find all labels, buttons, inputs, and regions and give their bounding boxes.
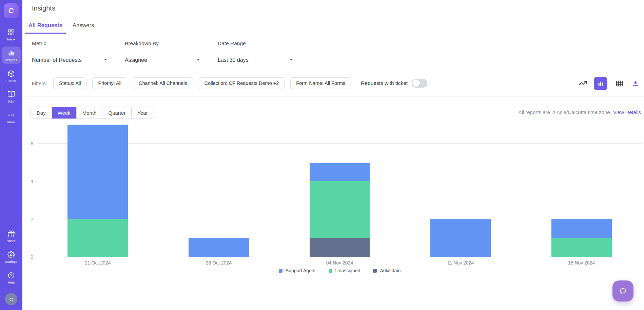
metric-label: Metric	[32, 40, 107, 47]
x-axis-label: 11 Nov 2024	[447, 260, 474, 266]
legend-item-unassigned[interactable]: Unassigned	[329, 268, 360, 273]
sidebar-nav: InboxInsightsFormsKBsMore	[0, 26, 22, 129]
legend-item-support-agent[interactable]: Support Agent	[279, 268, 316, 273]
bar-chart-plot: 024621 Oct 202428 Oct 202404 Nov 202411 …	[37, 122, 642, 257]
download-icon[interactable]	[632, 80, 639, 87]
sidebar-item-more[interactable]: More	[2, 109, 21, 126]
date-range-dropdown[interactable]: Date RangeLast 30 days	[208, 34, 301, 70]
y-axis-label: 0	[31, 254, 33, 260]
x-axis-tick	[219, 257, 219, 259]
metric-value: Number of Requests	[32, 57, 82, 63]
granularity-day[interactable]: Day	[31, 107, 52, 118]
x-axis-tick	[340, 257, 340, 259]
bar-chart-icon	[7, 49, 15, 57]
bar-segment-ankit-jain[interactable]	[310, 238, 370, 257]
sidebar-item-kbs[interactable]: KBs	[2, 88, 21, 105]
chat-bubble-icon	[618, 286, 628, 296]
dots-icon	[7, 111, 15, 119]
bar-segment-support-agent[interactable]	[551, 219, 612, 238]
caret-down-icon	[196, 57, 200, 63]
book-icon	[7, 90, 15, 98]
x-axis-tick	[98, 257, 98, 259]
filter-pill-channel[interactable]: Channel: All Channels	[133, 77, 193, 89]
filter-pills: Status: AllPriority: AllChannel: All Cha…	[53, 77, 357, 89]
timezone-text: All reports are in Asia/Calcutta time zo…	[518, 109, 611, 115]
chat-widget-button[interactable]	[612, 280, 633, 302]
bar-group	[310, 163, 370, 257]
sidebar: C InboxInsightsFormsKBsMore ShareSetting…	[0, 0, 22, 310]
granularity-month[interactable]: Month	[76, 107, 102, 118]
control-panel: MetricNumber of RequestsBreakdown ByAssi…	[22, 34, 644, 70]
filters-label: Filters:	[32, 80, 47, 86]
trend-line-icon[interactable]	[578, 79, 587, 88]
app-logo[interactable]: C	[4, 3, 19, 18]
breakdown-by-dropdown[interactable]: Breakdown ByAssignee	[115, 34, 208, 70]
sidebar-item-insights[interactable]: Insights	[2, 47, 21, 64]
grid-icon	[7, 28, 15, 36]
bar-segment-support-agent[interactable]	[430, 219, 491, 257]
granularity-quarter[interactable]: Quarter	[102, 107, 131, 118]
sidebar-item-label: More	[7, 120, 15, 124]
bar-group	[189, 238, 249, 257]
granularity-week[interactable]: Week	[52, 107, 76, 118]
breakdown-by-label: Breakdown By	[125, 40, 200, 47]
legend-label: Unassigned	[335, 268, 360, 273]
gear-icon	[7, 251, 15, 259]
bar-segment-support-agent[interactable]	[189, 238, 249, 257]
insights-page: C InboxInsightsFormsKBsMore ShareSetting…	[0, 0, 644, 310]
breakdown-by-value: Assignee	[125, 57, 147, 63]
legend-swatch	[329, 269, 332, 273]
main-content: Insights All RequestsAnswers MetricNumbe…	[22, 0, 644, 310]
page-title: Insights	[32, 4, 55, 12]
cube-icon	[7, 70, 15, 78]
date-range-value-row: Last 30 days	[218, 57, 293, 63]
filter-pill-form-name[interactable]: Form Name: All Forms	[290, 77, 351, 89]
help-icon	[7, 271, 15, 279]
sidebar-item-forms[interactable]: Forms	[2, 67, 21, 85]
date-range-label: Date Range	[218, 40, 293, 47]
sidebar-item-inbox[interactable]: Inbox	[2, 26, 21, 43]
bar-segment-unassigned[interactable]	[310, 181, 370, 238]
sidebar-item-label: Forms	[6, 79, 16, 83]
legend-swatch	[279, 269, 282, 273]
bar-chart-view-icon[interactable]	[594, 77, 607, 90]
sidebar-item-label: Share	[7, 239, 16, 243]
tab-all-requests[interactable]: All Requests	[25, 22, 66, 34]
tab-answers[interactable]: Answers	[69, 22, 97, 34]
metric-value-row: Number of Requests	[32, 57, 108, 63]
sidebar-item-share[interactable]: Share	[2, 227, 21, 245]
gift-icon	[7, 230, 15, 238]
bar-segment-support-agent[interactable]	[310, 163, 370, 182]
x-axis-label: 18 Nov 2024	[568, 260, 595, 266]
x-axis-label: 28 Oct 2024	[206, 260, 232, 266]
legend-item-ankit-jain[interactable]: Ankit Jain	[373, 268, 401, 273]
filter-pill-status[interactable]: Status: All	[53, 77, 86, 89]
filters-row: Filters: Status: AllPriority: AllChannel…	[22, 70, 644, 96]
view-details-link[interactable]: View Details	[613, 109, 641, 115]
sidebar-item-label: Help	[8, 280, 15, 284]
date-range-value: Last 30 days	[218, 57, 249, 63]
user-avatar[interactable]: C	[5, 293, 17, 305]
chart-section: DayWeekMonthQuarterYear All reports are …	[22, 96, 644, 310]
granularity-control: DayWeekMonthQuarterYear	[31, 107, 154, 119]
bar-segment-unassigned[interactable]	[551, 238, 612, 257]
metric-dropdown[interactable]: MetricNumber of Requests	[22, 34, 115, 70]
granularity-year[interactable]: Year	[131, 107, 153, 118]
toggle-knob	[412, 79, 420, 87]
sidebar-item-label: Settings	[5, 260, 17, 263]
bar-segment-unassigned[interactable]	[67, 219, 128, 257]
legend-label: Ankit Jain	[380, 268, 401, 273]
requests-with-ticket-toggle[interactable]	[412, 79, 427, 88]
filter-pill-collection[interactable]: Collection: CF Requests Demo +2	[199, 77, 285, 89]
sidebar-item-settings[interactable]: Settings	[2, 248, 21, 266]
breakdown-by-value-row: Assignee	[125, 57, 200, 63]
gridline	[37, 143, 642, 144]
sidebar-item-label: Insights	[5, 58, 17, 62]
sidebar-item-help[interactable]: Help	[2, 269, 21, 286]
bar-segment-support-agent[interactable]	[67, 125, 128, 219]
filter-pill-priority[interactable]: Priority: All	[92, 77, 127, 89]
x-axis-tick	[582, 257, 582, 259]
requests-with-ticket-label: Requests with ticket	[361, 80, 408, 86]
requests-with-ticket-group: Requests with ticket	[361, 79, 427, 88]
table-view-icon[interactable]	[616, 79, 624, 88]
